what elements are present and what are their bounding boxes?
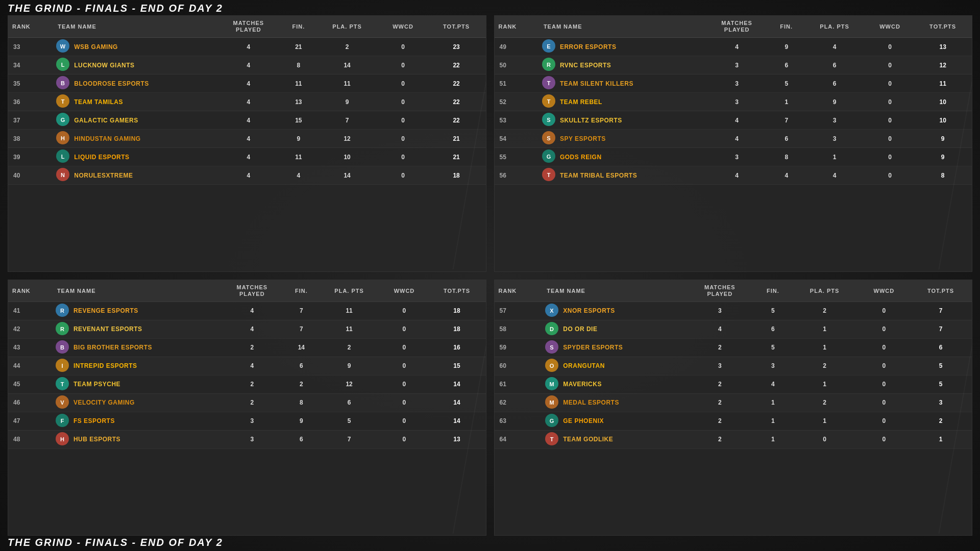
pla-pts-cell: 14 (315, 166, 379, 185)
tot-pts-cell: 14 (428, 412, 485, 430)
wwcd-cell: 0 (859, 338, 910, 357)
team-logo-cell: S (540, 111, 558, 130)
col-matches-bl: MATCHESPLAYED (219, 280, 285, 302)
tot-pts-cell: 10 (914, 93, 972, 111)
pla-pts-cell: 11 (318, 320, 381, 338)
table-row: 56 T TEAM TRIBAL ESPORTS 4 4 4 0 8 (495, 166, 972, 185)
rank-cell: 51 (495, 74, 540, 93)
matches-cell: 3 (704, 93, 770, 111)
team-name-cell: RVNC ESPORTS (558, 56, 704, 74)
svg-text:L: L (61, 154, 65, 160)
table-row: 55 G GODS REIGN 3 8 1 0 9 (495, 148, 972, 166)
team-logo-cell: S (540, 130, 558, 148)
pla-pts-cell: 14 (315, 56, 379, 74)
fin-cell: 9 (770, 38, 803, 56)
fin-cell: 6 (285, 430, 318, 448)
tot-pts-cell: 5 (910, 375, 972, 393)
fin-cell: 6 (770, 130, 803, 148)
svg-text:M: M (550, 399, 554, 406)
svg-text:T: T (547, 98, 551, 105)
tot-pts-cell: 13 (914, 38, 972, 56)
wwcd-cell: 0 (859, 375, 910, 393)
team-logo-cell: V (53, 393, 71, 412)
wwcd-cell: 0 (379, 93, 427, 111)
col-fin-tl: FIN. (282, 16, 315, 38)
col-rank-tr: RANK (495, 16, 540, 38)
matches-cell: 4 (215, 56, 282, 74)
fin-cell: 9 (282, 130, 315, 148)
rank-cell: 40 (8, 166, 54, 185)
svg-text:M: M (550, 381, 554, 387)
matches-cell: 4 (215, 38, 282, 56)
pla-pts-cell: 1 (803, 148, 866, 166)
fin-cell: 9 (285, 412, 318, 430)
svg-text:R: R (60, 308, 64, 314)
table-row: 44 I INTREPID ESPORTS 4 6 9 0 15 (8, 357, 486, 375)
table-row: 50 R RVNC ESPORTS 3 6 6 0 12 (495, 56, 972, 74)
matches-cell: 2 (684, 338, 755, 357)
svg-text:H: H (60, 436, 64, 442)
team-logo-cell: R (540, 56, 558, 74)
team-name-cell: SKULLTZ ESPORTS (558, 111, 704, 130)
table-top-right: RANK TEAM NAME MATCHESPLAYED FIN. PLA. P… (494, 15, 973, 272)
rank-cell: 46 (8, 393, 53, 412)
team-logo-cell: R (53, 302, 71, 320)
fin-cell: 8 (770, 148, 803, 166)
wwcd-cell: 0 (380, 338, 428, 357)
pla-pts-cell: 11 (315, 74, 379, 93)
matches-cell: 2 (219, 375, 285, 393)
svg-text:W: W (60, 43, 66, 49)
col-wwcd-tl: WWCD (379, 16, 427, 38)
team-name-cell: GE PHOENIX (561, 412, 684, 430)
table-row: 37 G GALACTIC GAMERS 4 15 7 0 22 (8, 111, 486, 130)
matches-cell: 4 (215, 74, 282, 93)
wwcd-cell: 0 (380, 302, 428, 320)
pla-pts-cell: 3 (803, 130, 866, 148)
page-title-bottom: THE GRIND - FINALS - END OF DAY 2 (8, 537, 223, 548)
svg-text:B: B (61, 80, 65, 86)
tot-pts-cell: 16 (428, 338, 485, 357)
matches-cell: 2 (684, 430, 755, 448)
matches-cell: 4 (215, 148, 282, 166)
rank-cell: 49 (495, 38, 540, 56)
col-matches-tl: MATCHESPLAYED (215, 16, 282, 38)
tot-pts-cell: 22 (427, 74, 486, 93)
table-row: 58 D DO OR DIE 4 6 1 0 7 (495, 320, 972, 338)
team-logo-cell: B (54, 74, 72, 93)
pla-pts-cell: 7 (318, 430, 381, 448)
fin-cell: 7 (285, 302, 318, 320)
matches-cell: 3 (704, 74, 770, 93)
col-fin-tr: FIN. (770, 16, 803, 38)
table-row: 53 S SKULLTZ ESPORTS 4 7 3 0 10 (495, 111, 972, 130)
rank-cell: 56 (495, 166, 540, 185)
tot-pts-cell: 2 (910, 412, 972, 430)
col-team-br: TEAM NAME (543, 280, 684, 302)
table-row: 52 T TEAM REBEL 3 1 9 0 10 (495, 93, 972, 111)
team-name-cell: TEAM REBEL (558, 93, 704, 111)
fin-cell: 5 (770, 74, 803, 93)
tot-pts-cell: 22 (427, 93, 486, 111)
team-name-cell: TEAM SILENT KILLERS (558, 74, 704, 93)
table-row: 40 N NORULESXTREME 4 4 14 0 18 (8, 166, 486, 185)
tot-pts-cell: 5 (910, 357, 972, 375)
fin-cell: 1 (755, 412, 791, 430)
wwcd-cell: 0 (379, 38, 427, 56)
col-tot-tr: TOT.PTS (914, 16, 972, 38)
team-logo-cell: T (540, 166, 558, 185)
svg-text:T: T (61, 381, 64, 387)
table-row: 41 R REVENGE ESPORTS 4 7 11 0 18 (8, 302, 486, 320)
rank-cell: 34 (8, 56, 54, 74)
rank-cell: 50 (495, 56, 540, 74)
fin-cell: 1 (755, 430, 791, 448)
matches-cell: 3 (219, 412, 285, 430)
table-row: 60 O ORANGUTAN 3 3 2 0 5 (495, 357, 972, 375)
team-logo-cell: G (540, 148, 558, 166)
matches-cell: 4 (219, 357, 285, 375)
tables-grid: RANK TEAM NAME MATCHESPLAYED FIN. PLA. P… (8, 15, 972, 536)
fin-cell: 1 (770, 93, 803, 111)
svg-text:I: I (61, 363, 63, 369)
rank-cell: 53 (495, 111, 540, 130)
rank-cell: 44 (8, 357, 53, 375)
wwcd-cell: 0 (866, 130, 914, 148)
matches-cell: 4 (219, 320, 285, 338)
